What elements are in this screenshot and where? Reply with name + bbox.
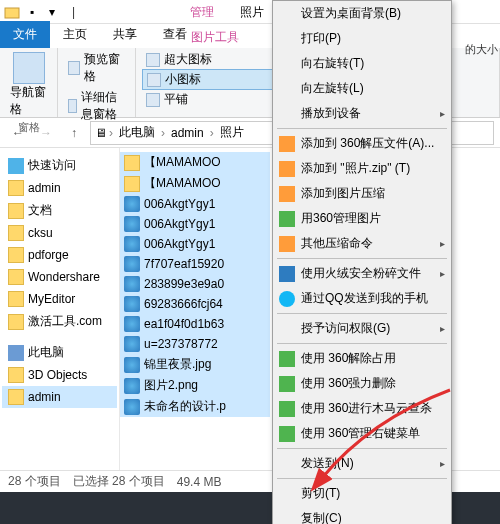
image-icon [124, 256, 140, 272]
menu-print[interactable]: 打印(P) [273, 26, 451, 51]
image-icon [124, 378, 140, 394]
nav-quick-access[interactable]: 快速访问 [2, 154, 117, 177]
folder-icon [8, 291, 24, 307]
menu-permissions[interactable]: 授予访问权限(G) [273, 316, 451, 341]
folder-icon [8, 247, 24, 263]
crumb-thispc[interactable]: 此电脑 [115, 124, 159, 141]
menu-cut[interactable]: 剪切(T) [273, 481, 451, 506]
image-icon [124, 336, 140, 352]
tab-picture-tools[interactable]: 图片工具 [178, 24, 252, 51]
details-pane-button[interactable]: 详细信息窗格 [64, 88, 129, 124]
status-size: 49.4 MB [177, 475, 222, 489]
menu-360-force-delete[interactable]: 使用 360强力删除 [273, 371, 451, 396]
details-icon [68, 99, 77, 113]
menu-360zip-a[interactable]: 添加到 360解压文件(A)... [273, 131, 451, 156]
file-list-left: 【MAMAMOO【MAMAMOO006AkgtYgy1006AkgtYgy100… [120, 148, 270, 470]
menu-360-manage[interactable]: 用360管理图片 [273, 206, 451, 231]
nav-pane-icon [13, 52, 45, 84]
tab-home[interactable]: 主页 [50, 21, 100, 48]
nav-item[interactable]: pdforge [2, 244, 117, 266]
image-icon [124, 236, 140, 252]
menu-360-scan[interactable]: 使用 360进行木马云查杀 [273, 396, 451, 421]
nav-thispc[interactable]: 此电脑 [2, 341, 117, 364]
svg-rect-0 [5, 8, 19, 18]
file-item[interactable]: 006AkgtYgy1 [120, 214, 270, 234]
qat-icon[interactable]: ▪ [24, 4, 40, 20]
file-item[interactable]: 未命名的设计.p [120, 396, 270, 417]
image-icon [124, 296, 140, 312]
image-icon [124, 399, 140, 415]
menu-360-unlock[interactable]: 使用 360解除占用 [273, 346, 451, 371]
size-hint: 的大小 [465, 42, 498, 57]
menu-other-zip[interactable]: 其他压缩命令 [273, 231, 451, 256]
file-item[interactable]: 图片2.png [120, 375, 270, 396]
folder-icon [8, 269, 24, 285]
menu-rotate-right[interactable]: 向右旋转(T) [273, 51, 451, 76]
image-icon [124, 196, 140, 212]
file-item[interactable]: 7f707eaf15920 [120, 254, 270, 274]
preview-icon [68, 61, 80, 75]
nav-pane-label: 导航窗格 [10, 84, 47, 118]
menu-shred[interactable]: 使用火绒安全粉碎文件 [273, 261, 451, 286]
nav-item[interactable]: cksu [2, 222, 117, 244]
file-item[interactable]: 【MAMAMOO [120, 173, 270, 194]
file-item[interactable]: 006AkgtYgy1 [120, 234, 270, 254]
status-count: 28 个项目 [8, 473, 61, 490]
status-selected: 已选择 28 个项目 [73, 473, 165, 490]
folder-icon [8, 225, 24, 241]
up-button[interactable]: ↑ [62, 121, 86, 145]
menu-360zip-to[interactable]: 添加到 "照片.zip" (T) [273, 156, 451, 181]
pc-icon: 🖥 [95, 126, 107, 140]
menu-copy[interactable]: 复制(C) [273, 506, 451, 524]
menu-cast[interactable]: 播放到设备 [273, 101, 451, 126]
file-item[interactable]: 锦里夜景.jpg [120, 354, 270, 375]
file-item[interactable]: 【MAMAMOO [120, 152, 270, 173]
forward-button[interactable]: → [34, 121, 58, 145]
nav-3dobjects[interactable]: 3D Objects [2, 364, 117, 386]
image-icon [124, 316, 140, 332]
file-item[interactable]: 69283666fcj64 [120, 294, 270, 314]
nav-item[interactable]: 文档 [2, 199, 117, 222]
nav-pane-button[interactable]: 导航窗格 [6, 50, 51, 120]
menu-set-background[interactable]: 设置为桌面背景(B) [273, 1, 451, 26]
image-icon [124, 276, 140, 292]
qat-dropdown-icon[interactable]: ▾ [44, 4, 60, 20]
file-item[interactable]: u=237378772 [120, 334, 270, 354]
folder-icon [8, 314, 24, 330]
context-title: 管理 [190, 4, 214, 21]
preview-pane-button[interactable]: 预览窗格 [64, 50, 129, 86]
back-button[interactable]: ← [6, 121, 30, 145]
folder-icon [124, 176, 140, 192]
crumb-user[interactable]: admin [167, 126, 208, 140]
nav-item[interactable]: MyEditor [2, 288, 117, 310]
context-menu: 设置为桌面背景(B) 打印(P) 向右旋转(T) 向左旋转(L) 播放到设备 添… [272, 0, 452, 524]
folder-icon [4, 4, 20, 20]
window-title: 照片 [240, 4, 264, 21]
menu-qq-send[interactable]: 通过QQ发送到我的手机 [273, 286, 451, 311]
file-item[interactable]: 283899e3e9a0 [120, 274, 270, 294]
nav-item[interactable]: admin [2, 177, 117, 199]
file-item[interactable]: 006AkgtYgy1 [120, 194, 270, 214]
folder-icon [8, 180, 24, 196]
folder-icon [124, 155, 140, 171]
pc-icon [8, 345, 24, 361]
nav-admin[interactable]: admin [2, 386, 117, 408]
menu-rotate-left[interactable]: 向左旋转(L) [273, 76, 451, 101]
folder-icon [8, 203, 24, 219]
image-icon [124, 216, 140, 232]
star-icon [8, 158, 24, 174]
nav-tree: 快速访问 admin文档cksupdforgeWondershareMyEdit… [0, 148, 120, 470]
tab-file[interactable]: 文件 [0, 21, 50, 48]
file-item[interactable]: ea1f04f0d1b63 [120, 314, 270, 334]
menu-sendto[interactable]: 发送到(N) [273, 451, 451, 476]
crumb-folder[interactable]: 照片 [216, 124, 248, 141]
image-icon [124, 357, 140, 373]
menu-zip-image[interactable]: 添加到图片压缩 [273, 181, 451, 206]
tab-share[interactable]: 共享 [100, 21, 150, 48]
zip-icon [279, 136, 295, 152]
nav-item[interactable]: 激活工具.com [2, 310, 117, 333]
nav-item[interactable]: Wondershare [2, 266, 117, 288]
menu-360-rightmenu[interactable]: 使用 360管理右键菜单 [273, 421, 451, 446]
